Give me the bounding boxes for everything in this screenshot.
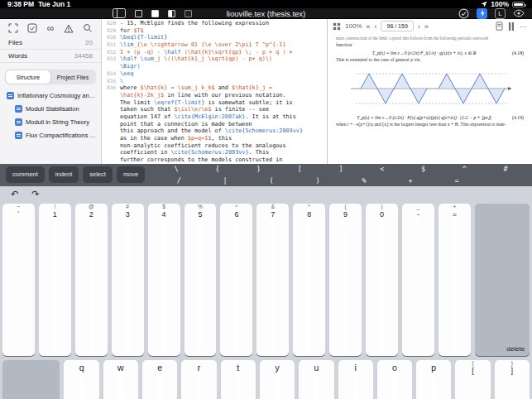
code-line[interactable]: equation 147 of \cite{McElgin:2007ak}. I… — [102, 113, 327, 121]
code-line[interactable]: The limit \eqref{T-limit} is somewhat su… — [102, 99, 327, 107]
code-line[interactable]: 834\eeq — [102, 70, 327, 78]
first-page-button[interactable]: « — [366, 22, 370, 31]
preview-eye-button[interactable] — [513, 9, 525, 17]
log-button[interactable]: L — [495, 8, 506, 19]
code-line[interactable]: 828- 15, McElgin finds the following exp… — [102, 20, 327, 27]
code-line[interactable]: non-analytic coefficient reduces to the … — [102, 142, 327, 150]
tab-project-files[interactable]: Project Files — [50, 70, 95, 84]
symbol-key[interactable]: $ — [403, 164, 444, 175]
key-2[interactable]: @2 — [75, 204, 108, 356]
symbol-key[interactable]: { — [197, 164, 238, 175]
key-4[interactable]: $4 — [148, 204, 180, 356]
key-8[interactable]: *8 — [293, 204, 325, 356]
key-q[interactable]: q — [64, 360, 98, 399]
key-`[interactable]: ~` — [2, 204, 35, 356]
list-item[interactable]: Flux Compactifications and... — [0, 128, 101, 142]
symbol-key[interactable]: = — [434, 175, 480, 186]
symbol-key[interactable]: / — [156, 175, 202, 186]
code-line[interactable]: as in the case when $p=q=1$, this — [102, 135, 327, 142]
key-u[interactable]: u — [299, 360, 333, 399]
select-button[interactable]: select — [83, 166, 113, 183]
editor-pane editor-code[interactable]: 828- 15, McElgin finds the following exp… — [102, 19, 327, 164]
key-7[interactable]: &7 — [256, 204, 289, 356]
search-icon[interactable] — [83, 23, 93, 33]
code-line[interactable]: further corresponds to the models constr… — [102, 156, 327, 164]
key-][interactable]: }] — [495, 360, 530, 399]
theme-split-button[interactable] — [168, 10, 175, 17]
symbol-key[interactable]: # — [485, 164, 526, 175]
undo-icon[interactable]: ↶ — [11, 190, 18, 199]
key-y[interactable]: y — [260, 360, 295, 399]
key-e[interactable]: e — [142, 360, 177, 399]
code-line[interactable]: 831\lim_{\e \rightarrow 0} {\e \over 2\p… — [102, 41, 327, 49]
key-6[interactable]: ^6 — [220, 204, 252, 356]
code-line[interactable]: 833\half \sum_j \((\hat{k}_j \sqrt{qp) -… — [102, 55, 327, 63]
symbol-key[interactable]: | — [202, 175, 248, 186]
last-page-button[interactable]: » — [424, 22, 429, 31]
warning-icon[interactable] — [64, 24, 74, 33]
code-line[interactable]: 8321 + (p -q) - \half (\hat{k}\sqrt{qp} … — [102, 49, 327, 56]
code-line[interactable]: \hat{k}-2k_j$ in line with our previous … — [102, 92, 327, 99]
symbol-key[interactable]: % — [341, 175, 387, 186]
key-i[interactable]: i — [338, 360, 373, 399]
symbol-key[interactable]: ^ — [443, 164, 485, 175]
key-[[interactable]: {[ — [455, 360, 490, 399]
indent-button[interactable]: indent — [49, 166, 79, 183]
pdf-page[interactable]: mass construction of the limit; a priori… — [328, 33, 532, 164]
list-item[interactable]: Moduli in String Theory — [0, 115, 101, 128]
code-line[interactable]: 829for $T$ — [102, 27, 327, 35]
tab-structure[interactable]: Structure — [6, 70, 50, 84]
key--[interactable]: _- — [402, 204, 434, 356]
key-3[interactable]: #3 — [112, 204, 144, 356]
move-button[interactable]: move — [117, 166, 145, 183]
sidebar-toggle-icon[interactable] — [113, 8, 126, 18]
code-line[interactable]: this approach and the model of \cite{Sch… — [102, 127, 327, 135]
more-button[interactable]: ··· — [520, 22, 527, 31]
key-w[interactable]: w — [103, 360, 138, 399]
continuous-scroll-icon[interactable] — [508, 22, 515, 31]
code-line[interactable]: \Bigr) — [102, 63, 327, 70]
comment-button[interactable]: comment — [6, 166, 45, 183]
zoom-level[interactable]: 100% — [345, 22, 362, 30]
key-p[interactable]: p — [416, 360, 451, 399]
code-line[interactable]: coefficient in \cite{Schomerus:2003vv}. … — [102, 149, 327, 156]
key-1[interactable]: !1 — [39, 204, 71, 356]
theme-outline-button[interactable] — [135, 10, 142, 17]
symbol-key[interactable]: } — [238, 164, 280, 175]
prev-page-button[interactable]: ‹ — [374, 22, 376, 31]
typeset-button[interactable] — [477, 8, 487, 19]
next-page-button[interactable]: › — [418, 22, 420, 31]
symbol-key[interactable]: + — [387, 175, 434, 186]
page-number-field[interactable]: 96 / 159 — [381, 21, 413, 31]
theme-light-button[interactable] — [151, 10, 159, 17]
focus-icon[interactable] — [8, 23, 18, 33]
symbol-key[interactable]: ] — [320, 164, 362, 175]
code-line[interactable]: 836where $\hat{k} = \sum_j k_k$ and $\ha… — [102, 84, 327, 92]
symbol-key[interactable]: ) — [295, 175, 341, 186]
key-t[interactable]: t — [221, 360, 256, 399]
code-line[interactable]: point that a connection is made between — [102, 121, 327, 128]
symbol-key[interactable]: \ — [156, 164, 197, 175]
thumbnails-grid-icon[interactable] — [333, 22, 341, 31]
list-item[interactable]: Inflationary Cosmology and... — [0, 89, 101, 102]
single-page-icon[interactable] — [496, 22, 503, 31]
code-line[interactable]: taken such that $\isl\e/\e$ is finite --… — [102, 106, 327, 113]
key-o[interactable]: o — [377, 360, 412, 399]
redo-icon[interactable]: ↷ — [31, 190, 39, 199]
key-0[interactable]: )0 — [366, 204, 398, 356]
check-circle-button[interactable] — [458, 8, 469, 19]
key-9[interactable]: (9 — [329, 204, 362, 356]
symbol-key[interactable]: ( — [248, 175, 295, 186]
code-line[interactable]: 835\ — [102, 78, 327, 85]
theme-dark-button[interactable] — [185, 10, 192, 17]
infinity-icon[interactable]: ∞ — [47, 24, 55, 32]
key-r[interactable]: r — [181, 360, 216, 399]
delete-key[interactable]: delete — [475, 204, 530, 356]
key-=[interactable]: += — [439, 204, 471, 356]
code-line[interactable]: 830\beql{T-limit} — [102, 34, 327, 41]
list-item[interactable]: Moduli Stabilisation — [0, 102, 101, 115]
todo-icon[interactable] — [27, 23, 37, 33]
symbol-key[interactable]: [ — [279, 164, 320, 175]
symbol-key[interactable]: < — [362, 164, 403, 175]
tab-key[interactable]: tab — [2, 360, 60, 399]
